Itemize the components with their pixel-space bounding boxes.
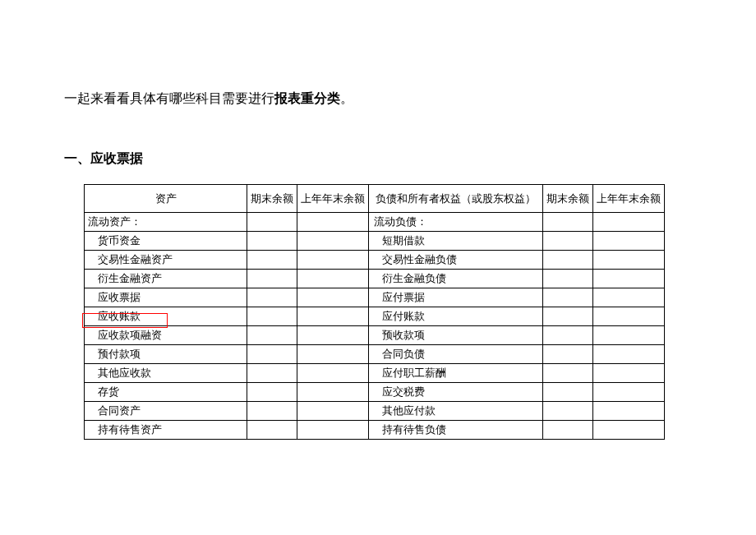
header-end-bal2: 期末余额 <box>543 185 593 213</box>
asset-cell: 其他应收款 <box>85 364 247 383</box>
liab-end-balance <box>543 251 593 270</box>
asset-cell: 应收款项融资 <box>85 326 247 345</box>
liab-last-year-balance <box>593 326 665 345</box>
asset-end-balance <box>247 421 297 440</box>
liability-cell: 交易性金融负债 <box>369 251 543 270</box>
liab-last-year-balance <box>593 383 665 402</box>
liab-end-balance <box>543 288 593 307</box>
liability-cell: 其他应付款 <box>369 402 543 421</box>
table-row: 应收账款应付账款 <box>85 307 665 326</box>
balance-sheet-table: 资产 期末余额 上年年末余额 负债和所有者权益（或股东权益） 期末余额 上年年末… <box>84 184 665 440</box>
liab-end-balance <box>543 213 593 232</box>
asset-last-year-balance <box>297 421 369 440</box>
liab-last-year-balance <box>593 402 665 421</box>
liab-end-balance <box>543 270 593 288</box>
asset-last-year-balance <box>297 345 369 364</box>
liab-last-year-balance <box>593 251 665 270</box>
table-row: 预付款项合同负债 <box>85 345 665 364</box>
liab-last-year-balance <box>593 288 665 307</box>
asset-cell: 应收账款 <box>85 307 247 326</box>
asset-cell: 流动资产： <box>85 213 247 232</box>
liab-end-balance <box>543 307 593 326</box>
liability-cell: 应付票据 <box>369 288 543 307</box>
asset-last-year-balance <box>297 251 369 270</box>
intro-bold: 报表重分类 <box>274 91 340 105</box>
asset-cell: 货币资金 <box>85 232 247 251</box>
liab-end-balance <box>543 402 593 421</box>
liability-cell: 应付账款 <box>369 307 543 326</box>
liability-cell: 应付职工薪酬 <box>369 364 543 383</box>
table-row: 持有待售资产持有待售负债 <box>85 421 665 440</box>
table-body: 流动资产：流动负债：货币资金短期借款交易性金融资产交易性金融负债衍生金融资产衍生… <box>85 213 665 440</box>
asset-end-balance <box>247 307 297 326</box>
asset-end-balance <box>247 383 297 402</box>
header-last-year: 上年年末余额 <box>297 185 369 213</box>
table-row: 存货应交税费 <box>85 383 665 402</box>
asset-cell: 存货 <box>85 383 247 402</box>
asset-end-balance <box>247 364 297 383</box>
asset-end-balance <box>247 251 297 270</box>
intro-text-1: 一起来看看具体有哪些科目需要进行 <box>64 91 274 105</box>
asset-cell: 预付款项 <box>85 345 247 364</box>
liab-last-year-balance <box>593 213 665 232</box>
section-title: 一、应收票据 <box>64 150 694 168</box>
liab-end-balance <box>543 326 593 345</box>
asset-cell: 衍生金融资产 <box>85 270 247 288</box>
table-container: 资产 期末余额 上年年末余额 负债和所有者权益（或股东权益） 期末余额 上年年末… <box>64 184 694 440</box>
asset-last-year-balance <box>297 232 369 251</box>
asset-last-year-balance <box>297 326 369 345</box>
header-liab: 负债和所有者权益（或股东权益） <box>369 185 543 213</box>
asset-last-year-balance <box>297 402 369 421</box>
liab-last-year-balance <box>593 364 665 383</box>
liability-cell: 衍生金融负债 <box>369 270 543 288</box>
asset-end-balance <box>247 402 297 421</box>
table-row: 流动资产：流动负债： <box>85 213 665 232</box>
asset-last-year-balance <box>297 383 369 402</box>
asset-last-year-balance <box>297 307 369 326</box>
asset-end-balance <box>247 232 297 251</box>
asset-last-year-balance <box>297 288 369 307</box>
asset-cell: 持有待售资产 <box>85 421 247 440</box>
liability-cell: 预收款项 <box>369 326 543 345</box>
liab-end-balance <box>543 345 593 364</box>
table-row: 货币资金短期借款 <box>85 232 665 251</box>
asset-cell: 应收票据 <box>85 288 247 307</box>
header-last-year2: 上年年末余额 <box>593 185 665 213</box>
table-row: 其他应收款应付职工薪酬 <box>85 364 665 383</box>
table-row: 应收款项融资预收款项 <box>85 326 665 345</box>
liability-cell: 短期借款 <box>369 232 543 251</box>
liab-end-balance <box>543 232 593 251</box>
asset-cell: 合同资产 <box>85 402 247 421</box>
asset-end-balance <box>247 213 297 232</box>
asset-last-year-balance <box>297 213 369 232</box>
liab-end-balance <box>543 383 593 402</box>
header-asset: 资产 <box>85 185 247 213</box>
table-row: 合同资产其他应付款 <box>85 402 665 421</box>
header-end-bal: 期末余额 <box>247 185 297 213</box>
liab-end-balance <box>543 421 593 440</box>
table-row: 衍生金融资产衍生金融负债 <box>85 270 665 288</box>
asset-end-balance <box>247 288 297 307</box>
header-row: 资产 期末余额 上年年末余额 负债和所有者权益（或股东权益） 期末余额 上年年末… <box>85 185 665 213</box>
table-row: 交易性金融资产交易性金融负债 <box>85 251 665 270</box>
intro-text-2: 。 <box>340 91 353 105</box>
liab-last-year-balance <box>593 345 665 364</box>
liab-last-year-balance <box>593 307 665 326</box>
liability-cell: 应交税费 <box>369 383 543 402</box>
document-body: 一起来看看具体有哪些科目需要进行报表重分类。 一、应收票据 资产 期末余额 上年… <box>0 0 756 440</box>
liability-cell: 流动负债： <box>369 213 543 232</box>
liability-cell: 持有待售负债 <box>369 421 543 440</box>
table-row: 应收票据应付票据 <box>85 288 665 307</box>
liab-end-balance <box>543 364 593 383</box>
asset-end-balance <box>247 326 297 345</box>
liab-last-year-balance <box>593 232 665 251</box>
liab-last-year-balance <box>593 421 665 440</box>
intro-paragraph: 一起来看看具体有哪些科目需要进行报表重分类。 <box>64 90 694 108</box>
asset-last-year-balance <box>297 364 369 383</box>
asset-end-balance <box>247 270 297 288</box>
asset-last-year-balance <box>297 270 369 288</box>
asset-cell: 交易性金融资产 <box>85 251 247 270</box>
liab-last-year-balance <box>593 270 665 288</box>
asset-end-balance <box>247 345 297 364</box>
liability-cell: 合同负债 <box>369 345 543 364</box>
